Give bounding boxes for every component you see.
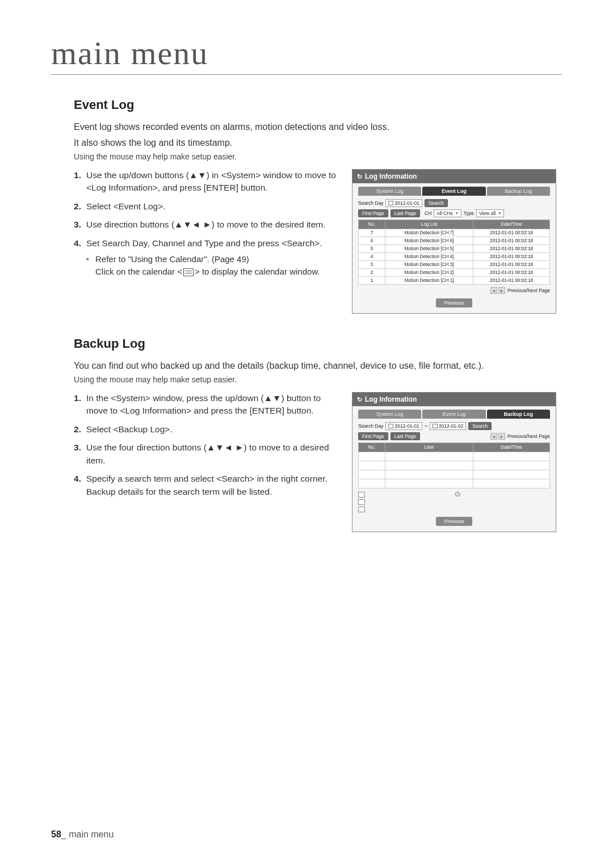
date-from-field[interactable]: 2012-01-01	[385, 422, 422, 430]
event-log-step-3: Use direction buttons (▲▼◄ ►) to move to…	[74, 218, 341, 231]
first-page-button[interactable]: First Page	[358, 209, 388, 217]
date-to-field[interactable]: 2012-01-02	[430, 422, 466, 430]
label-ch: CH	[425, 210, 431, 216]
tab-event-log[interactable]: Event Log	[422, 410, 485, 419]
first-page-button[interactable]: First Page	[358, 432, 388, 440]
calendar-icon	[433, 424, 438, 428]
tab-system-log[interactable]: System Log	[358, 187, 421, 196]
next-icon[interactable]: ►	[498, 433, 505, 440]
page-footer: 58_ main menu	[51, 829, 114, 840]
table-row: 6Motion Detection [CH 6]2012-01-01 00:02…	[359, 237, 550, 245]
table-row	[359, 461, 550, 470]
search-button[interactable]: Search	[425, 199, 448, 207]
label-type: Type	[464, 210, 474, 216]
backup-log-step-4a: Specify a search term and select <Search…	[86, 474, 328, 483]
label-prev-next: Previous/Next Page	[507, 433, 550, 439]
event-log-step-2: Select <Event Log>.	[74, 200, 341, 213]
backup-log-heading: Backup Log	[74, 336, 556, 351]
page-title: main menu	[51, 34, 562, 75]
col-user: User	[385, 443, 473, 452]
event-log-step-1: Use the up/down buttons (▲▼) in <System>…	[74, 169, 341, 195]
event-log-intro-2: It also shows the log and its timestamp.	[74, 136, 556, 150]
event-log-note-a: Refer to "Using the Calendar". (Page 49)	[95, 254, 249, 264]
col-no: No.	[359, 443, 385, 452]
backup-log-step-4: Specify a search term and select <Search…	[74, 473, 341, 498]
next-icon[interactable]: ►	[498, 287, 505, 294]
col-datetime: Date/Time	[473, 220, 550, 229]
backup-log-step-3: Use the four direction buttons (▲▼◄ ►) t…	[74, 441, 341, 467]
event-log-panel: Log Information System Log Event Log Bac…	[352, 169, 556, 314]
nav-chips[interactable]: ◄ ►	[490, 287, 505, 294]
calendar-icon	[183, 268, 194, 276]
event-log-table: No. Log List Date/Time 7Motion Detection…	[358, 220, 550, 285]
table-row: 4Motion Detection [CH 4]2012-01-01 00:02…	[359, 253, 550, 261]
backup-log-intro: You can find out who backed up and the d…	[74, 359, 556, 373]
channel-dropdown[interactable]: All CHs	[434, 209, 461, 217]
type-dropdown[interactable]: View all	[476, 209, 504, 217]
label-prev-next: Previous/Next Page	[507, 288, 550, 293]
panel-title: Log Information	[352, 170, 556, 183]
calendar-icon	[388, 424, 393, 428]
table-row: 3Motion Detection [CH 3]2012-01-01 00:02…	[359, 261, 550, 269]
table-row	[359, 452, 550, 461]
power-icon: ⏻	[455, 491, 460, 497]
event-log-note-b-prefix: Click on the calendar <	[95, 267, 182, 276]
nav-chips[interactable]: ◄ ►	[490, 433, 505, 440]
device-icon[interactable]	[358, 499, 365, 505]
tab-system-log[interactable]: System Log	[358, 410, 421, 419]
event-log-heading: Event Log	[74, 98, 556, 112]
prev-icon[interactable]: ◄	[490, 287, 497, 294]
backup-log-panel: Log Information System Log Event Log Bac…	[352, 392, 556, 532]
label-search-day: Search Day	[358, 423, 383, 429]
event-log-mouse-note: Using the mouse may help make setup easi…	[74, 152, 556, 161]
col-no: No.	[359, 220, 385, 229]
table-row: 7Motion Detection [CH 7]2012-01-01 00:02…	[359, 229, 550, 237]
event-log-intro-1: Event log shows recorded events on alarm…	[74, 120, 556, 134]
footer-label: main menu	[69, 829, 114, 839]
table-row: 2Motion Detection [CH 2]2012-01-01 00:02…	[359, 269, 550, 277]
page-number: 58	[51, 829, 61, 839]
previous-button[interactable]: Previous	[436, 517, 472, 526]
previous-button[interactable]: Previous	[436, 298, 472, 307]
event-log-note-b-suffix: > to display the calendar window.	[195, 267, 320, 276]
panel-title: Log Information	[352, 393, 556, 406]
calendar-icon	[388, 201, 393, 205]
backup-log-mouse-note: Using the mouse may help make setup easi…	[74, 375, 556, 384]
event-log-step-4-text: Set Search Day, Channel and Type and the…	[86, 238, 322, 248]
backup-log-step-1: In the <System> window, press the up/dow…	[74, 392, 341, 418]
date-field[interactable]: 2012-01-01	[385, 199, 422, 207]
last-page-button[interactable]: Last Page	[391, 209, 420, 217]
col-datetime: Date/Time	[473, 443, 550, 452]
range-separator: ~	[425, 423, 427, 429]
table-row: 5Motion Detection [CH 5]2012-01-01 00:02…	[359, 245, 550, 253]
last-page-button[interactable]: Last Page	[391, 432, 420, 440]
prev-icon[interactable]: ◄	[490, 433, 497, 440]
label-search-day: Search Day	[358, 200, 383, 206]
tab-backup-log[interactable]: Backup Log	[487, 187, 550, 196]
tab-backup-log[interactable]: Backup Log	[487, 410, 550, 419]
event-log-step-4: Set Search Day, Channel and Type and the…	[74, 237, 341, 278]
backup-log-table: No. User Date/Time	[358, 443, 550, 488]
col-loglist: Log List	[385, 220, 473, 229]
table-row: 1Motion Detection [CH 1]2012-01-01 00:02…	[359, 277, 550, 285]
table-row	[359, 470, 550, 479]
export-icon[interactable]	[358, 492, 365, 498]
backup-log-step-2: Select <Backup Log>.	[74, 423, 341, 436]
tab-event-log[interactable]: Event Log	[422, 187, 485, 196]
backup-log-step-4b: Backup details for the search term will …	[86, 487, 272, 496]
print-icon[interactable]	[358, 507, 365, 512]
table-row	[359, 479, 550, 488]
search-button[interactable]: Search	[468, 422, 492, 430]
